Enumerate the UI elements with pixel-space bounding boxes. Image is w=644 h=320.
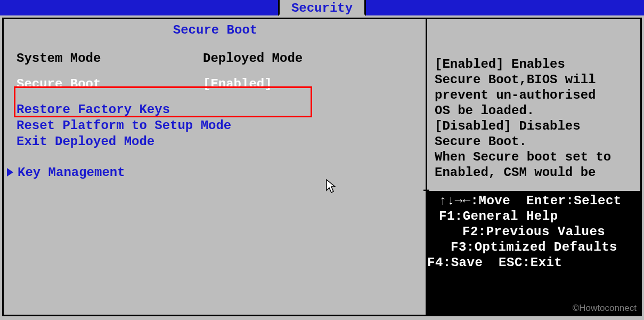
key-hint-opt-defaults: F3:Optimized Defaults — [439, 239, 637, 255]
help-line: [Disabled] Disables — [435, 118, 634, 134]
submenu-key-management[interactable]: Key Management — [17, 165, 414, 180]
help-line: Secure Boot,BIOS will — [435, 72, 634, 87]
row-secure-boot[interactable]: Secure Boot [Enabled] — [17, 75, 414, 92]
system-mode-label: System Mode — [17, 51, 203, 66]
help-line: When Secure boot set to — [435, 149, 634, 165]
key-hint-move-select: ↑↓→←:Move Enter:Select — [439, 193, 637, 209]
bios-tab-bar: Security — [0, 0, 644, 15]
help-line: Secure Boot. — [435, 134, 634, 149]
key-hint-save-exit: F4:Save ESC:Exit — [427, 255, 637, 270]
secure-boot-value[interactable]: [Enabled] — [203, 76, 272, 92]
section-title: Secure Boot — [17, 22, 414, 38]
submenu-arrow-icon — [7, 168, 13, 177]
link-reset-platform[interactable]: Reset Platform to Setup Mode — [17, 118, 414, 134]
key-legend: ↑↓→←:Move Enter:Select F1:General Help F… — [427, 191, 640, 315]
link-restore-factory-keys[interactable]: Restore Factory Keys — [17, 102, 414, 118]
settings-pane: Secure Boot System Mode Deployed Mode Se… — [4, 19, 425, 315]
key-hint-help: F1:General Help — [439, 209, 637, 224]
link-exit-deployed-mode[interactable]: Exit Deployed Mode — [17, 134, 414, 150]
help-line: prevent un-authorised — [435, 87, 634, 103]
tab-security-label: Security — [291, 1, 353, 16]
submenu-key-management-label: Key Management — [18, 165, 125, 180]
bios-frame: Secure Boot System Mode Deployed Mode Se… — [2, 18, 642, 316]
help-line: [Enabled] Enables — [435, 57, 634, 72]
watermark-text: ©Howtoconnect — [573, 300, 637, 316]
help-line: Enabled, CSM would be — [435, 165, 634, 180]
row-system-mode: System Mode Deployed Mode — [17, 50, 414, 67]
tab-security[interactable]: Security — [278, 0, 366, 16]
system-mode-value: Deployed Mode — [203, 51, 303, 66]
key-hint-prev-values: F2:Previous Values — [439, 224, 637, 239]
secure-boot-label: Secure Boot — [17, 76, 203, 92]
help-line: OS be loaded. — [435, 103, 634, 118]
